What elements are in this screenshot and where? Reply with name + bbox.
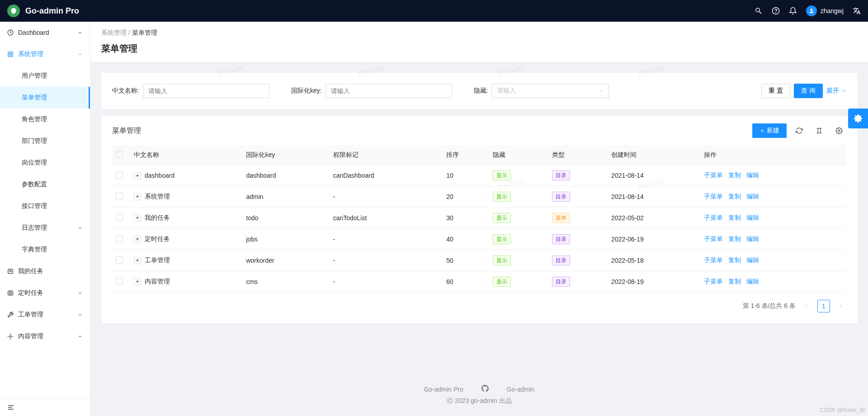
cell-created: 2021-08-14 [608, 165, 700, 186]
user-menu[interactable]: zhangwj [806, 5, 844, 16]
sidebar-subitem[interactable]: 岗位管理 [0, 152, 90, 174]
new-button[interactable]: 新建 [752, 123, 787, 138]
copy-link[interactable]: 复制 [728, 171, 741, 180]
edit-link[interactable]: 编辑 [746, 193, 759, 201]
hidden-select[interactable]: 请输入 [491, 84, 609, 98]
density-icon[interactable] [812, 123, 826, 138]
svg-point-12 [9, 292, 12, 294]
expand-row[interactable]: + [134, 172, 141, 180]
copy-link[interactable]: 复制 [728, 193, 741, 201]
row-checkbox[interactable] [116, 256, 123, 264]
username: zhangwj [821, 7, 844, 14]
submenu-link[interactable]: 子菜单 [704, 193, 723, 201]
col-sort: 排序 [443, 145, 489, 165]
cell-name: 我的任务 [145, 214, 170, 221]
next-page[interactable] [835, 301, 846, 312]
type-tag: 目录 [552, 255, 570, 265]
name-input[interactable] [143, 84, 269, 98]
edit-link[interactable]: 编辑 [746, 278, 759, 286]
submenu-link[interactable]: 子菜单 [704, 256, 723, 265]
theme-settings-button[interactable] [848, 109, 868, 128]
sidebar-item[interactable]: Dashboard [0, 22, 90, 43]
edit-link[interactable]: 编辑 [746, 256, 759, 265]
sidebar-item[interactable]: 系统管理 [0, 43, 90, 65]
settings-icon[interactable] [832, 123, 846, 138]
cell-key: jobs [242, 229, 329, 250]
sidebar-subitem[interactable]: 角色管理 [0, 109, 90, 130]
row-checkbox[interactable] [116, 235, 123, 242]
tool-icon [7, 312, 14, 318]
type-tag: 菜单 [552, 213, 570, 223]
submenu-link[interactable]: 子菜单 [704, 171, 723, 180]
sidebar-subitem[interactable]: 部门管理 [0, 130, 90, 152]
expand-row[interactable]: + [134, 278, 141, 285]
sidebar-item[interactable]: 工单管理 [0, 304, 90, 326]
expand-row[interactable]: + [134, 236, 141, 243]
expand-row[interactable]: + [134, 257, 141, 264]
brand-title: Go-admin Pro [25, 6, 79, 16]
prev-page[interactable] [801, 301, 812, 312]
sidebar-item[interactable]: 内容管理 [0, 326, 90, 347]
cell-name: 内容管理 [145, 278, 170, 285]
edit-link[interactable]: 编辑 [746, 235, 759, 243]
key-input[interactable] [326, 84, 452, 98]
sidebar-subitem[interactable]: 字典管理 [0, 239, 90, 260]
sidebar-subitem[interactable]: 菜单管理 [0, 87, 90, 109]
sidebar-item-label: 定时任务 [18, 289, 73, 297]
edit-link[interactable]: 编辑 [746, 171, 759, 180]
row-checkbox[interactable] [116, 278, 123, 285]
sidebar-collapse[interactable] [0, 398, 90, 416]
footer-link-pro[interactable]: Go-admin Pro [424, 386, 463, 393]
app-header: Go-admin Pro zhangwj [0, 0, 868, 22]
sidebar-item-label: 内容管理 [18, 332, 73, 340]
search-icon[interactable] [755, 7, 763, 15]
pagination: 第 1-6 条/总共 6 条 1 [112, 300, 846, 312]
cell-name: 系统管理 [145, 193, 170, 200]
cell-perm: - [330, 271, 443, 293]
sidebar-subitem[interactable]: 用户管理 [0, 65, 90, 87]
page-1[interactable]: 1 [817, 300, 830, 312]
sidebar-item-label: Dashboard [18, 29, 73, 36]
cell-perm: - [330, 186, 443, 208]
reload-icon[interactable] [792, 123, 807, 138]
sidebar-item[interactable]: 定时任务 [0, 282, 90, 304]
copyright: Ⓒ 2023 go-admin 出品 [101, 397, 857, 405]
github-icon[interactable] [481, 385, 489, 393]
footer-link-admin[interactable]: Go-admin [507, 386, 534, 393]
cell-sort: 30 [443, 208, 489, 229]
row-checkbox[interactable] [116, 193, 123, 200]
bell-icon[interactable] [789, 7, 797, 15]
breadcrumb-b: 菜单管理 [132, 29, 157, 36]
expand-row[interactable]: + [134, 193, 141, 200]
svg-rect-4 [8, 52, 10, 54]
copy-link[interactable]: 复制 [728, 278, 741, 286]
help-icon[interactable] [772, 7, 780, 15]
breadcrumb-a[interactable]: 系统管理 [101, 29, 127, 36]
copy-link[interactable]: 复制 [728, 214, 741, 222]
reset-button[interactable]: 重 置 [761, 84, 790, 98]
sidebar-item-label: 系统管理 [18, 50, 73, 58]
copy-link[interactable]: 复制 [728, 256, 741, 265]
sidebar-subitem[interactable]: 日志管理 [0, 217, 90, 239]
submenu-link[interactable]: 子菜单 [704, 235, 723, 243]
sidebar-subitem[interactable]: 接口管理 [0, 195, 90, 217]
sidebar-subitem[interactable]: 参数配置 [0, 174, 90, 195]
edit-link[interactable]: 编辑 [746, 214, 759, 222]
language-icon[interactable] [853, 7, 861, 15]
submenu-link[interactable]: 子菜单 [704, 278, 723, 286]
cell-perm: - [330, 229, 443, 250]
expand-link[interactable]: 展开 [826, 87, 846, 95]
submenu-link[interactable]: 子菜单 [704, 214, 723, 222]
sidebar-item[interactable]: 我的任务 [0, 260, 90, 282]
select-all-checkbox[interactable] [116, 151, 123, 158]
query-button[interactable]: 查 询 [794, 84, 823, 98]
hidden-label: 隐藏: [474, 87, 488, 95]
cell-key: workorder [242, 250, 329, 271]
type-tag: 目录 [552, 234, 570, 244]
cell-name: 工单管理 [145, 256, 170, 264]
dashboard-icon [7, 29, 14, 36]
row-checkbox[interactable] [116, 171, 123, 179]
expand-row[interactable]: + [134, 214, 141, 222]
copy-link[interactable]: 复制 [728, 235, 741, 243]
row-checkbox[interactable] [116, 214, 123, 221]
